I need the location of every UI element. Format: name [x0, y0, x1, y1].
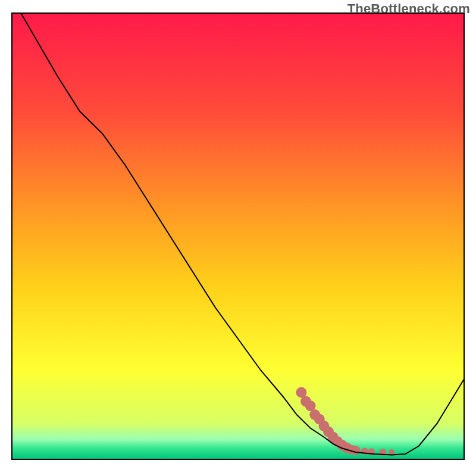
- bottleneck-chart: [0, 0, 476, 476]
- plot-background: [12, 13, 464, 459]
- highlight-point: [351, 446, 361, 455]
- chart-stage: TheBottleneck.com: [0, 0, 476, 476]
